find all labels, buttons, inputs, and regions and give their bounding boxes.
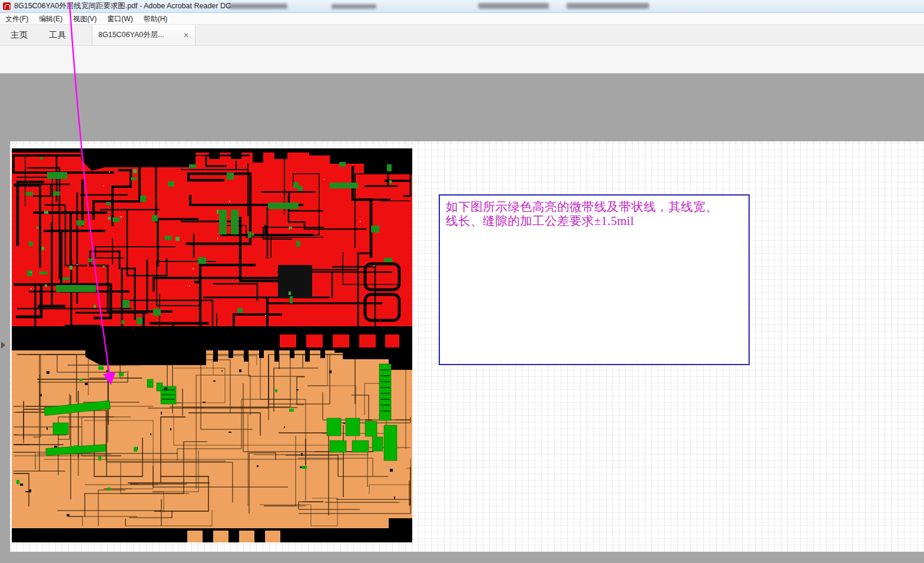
menu-window[interactable]: 窗口(W) bbox=[102, 13, 138, 25]
menu-edit[interactable]: 编辑(E) bbox=[34, 13, 68, 25]
close-icon[interactable]: ✕ bbox=[183, 32, 189, 39]
document-viewport[interactable]: 如下图所示绿色高亮的微带线及带状线，其线宽、 线长、缝隙的加工公差要求±1.5m… bbox=[0, 74, 924, 563]
tab-tools[interactable]: 工具 bbox=[38, 25, 77, 45]
window-title: 8G15C06YA0外层线宽间距要求图.pdf - Adobe Acrobat … bbox=[14, 1, 231, 11]
tab-bar: 主页 工具 8G15C06YA0外层... ✕ bbox=[0, 25, 924, 46]
pcb-red-layer-image bbox=[12, 148, 412, 347]
requirement-note-box: 如下图所示绿色高亮的微带线及带状线，其线宽、 线长、缝隙的加工公差要求±1.5m… bbox=[439, 194, 750, 365]
main-toolbar: ☆ /1 bbox=[0, 46, 924, 74]
tab-document[interactable]: 8G15C06YA0外层... ✕ bbox=[92, 25, 196, 45]
tab-home[interactable]: 主页 bbox=[0, 25, 38, 45]
menu-view[interactable]: 视图(V) bbox=[68, 13, 102, 25]
menu-file[interactable]: 文件(F) bbox=[0, 13, 34, 25]
background-window-artifact bbox=[228, 4, 287, 9]
nav-pane-toggle-icon[interactable] bbox=[1, 342, 5, 349]
background-window-artifact bbox=[332, 4, 376, 9]
adobe-reader-icon bbox=[3, 2, 11, 10]
background-window-artifact bbox=[567, 3, 649, 9]
pdf-page: 如下图所示绿色高亮的微带线及带状线，其线宽、 线长、缝隙的加工公差要求±1.5m… bbox=[10, 141, 924, 552]
background-window-artifact bbox=[478, 3, 549, 9]
note-line-1: 如下图所示绿色高亮的微带线及带状线，其线宽、 bbox=[446, 200, 743, 214]
pcb-orange-layer-image bbox=[12, 347, 412, 542]
note-line-2: 线长、缝隙的加工公差要求±1.5mil bbox=[446, 214, 743, 228]
menu-bar: 文件(F) 编辑(E) 视图(V) 窗口(W) 帮助(H) bbox=[0, 13, 924, 25]
menu-help[interactable]: 帮助(H) bbox=[138, 13, 173, 25]
tab-document-label: 8G15C06YA0外层... bbox=[98, 30, 164, 40]
title-bar: 8G15C06YA0外层线宽间距要求图.pdf - Adobe Acrobat … bbox=[0, 0, 924, 13]
